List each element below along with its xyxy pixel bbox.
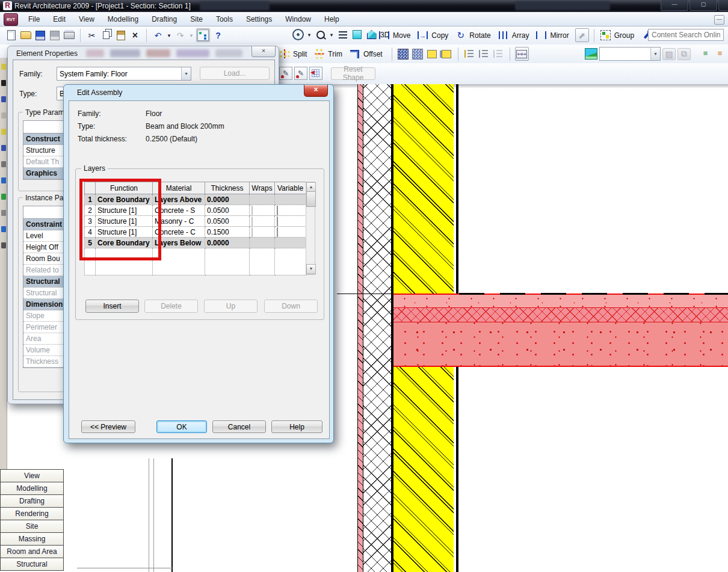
menu-modelling[interactable]: Modelling: [101, 15, 145, 23]
tab-drafting[interactable]: Drafting: [0, 494, 64, 508]
undo-icon[interactable]: ↶: [152, 29, 164, 42]
mdi-minimize-button[interactable]: —: [714, 15, 724, 25]
save-icon[interactable]: [34, 29, 46, 42]
reset-shape-button[interactable]: Reset Shape: [331, 67, 375, 80]
trim-label[interactable]: Trim: [328, 50, 342, 58]
scroll-thumb[interactable]: [306, 191, 316, 207]
combo-arrow-icon[interactable]: ▾: [650, 48, 660, 60]
close-icon[interactable]: ×: [304, 85, 328, 97]
steering-wheel-icon[interactable]: [292, 28, 304, 41]
content-search-input[interactable]: [648, 29, 724, 41]
type-selector-combo[interactable]: ▾: [599, 47, 661, 61]
design-bar-icon[interactable]: [1, 242, 6, 248]
array-icon[interactable]: [497, 29, 510, 42]
offset-icon[interactable]: [348, 48, 361, 60]
project-browser-icon[interactable]: [196, 28, 210, 42]
menu-edit[interactable]: Edit: [46, 15, 72, 23]
design-bar-icon[interactable]: [1, 161, 6, 167]
mirror-icon[interactable]: [535, 29, 548, 42]
design-bar-icon[interactable]: [1, 64, 6, 70]
rotate-icon[interactable]: ↻: [454, 29, 467, 42]
menu-drafting[interactable]: Drafting: [145, 15, 184, 23]
group-icon[interactable]: [599, 29, 612, 42]
wall-insulation-layer[interactable]: [363, 84, 391, 572]
3d-cube-icon[interactable]: [351, 28, 363, 41]
redo-icon[interactable]: ↷: [174, 29, 187, 42]
3d-view-icon[interactable]: [365, 28, 378, 41]
variable-checkbox[interactable]: [277, 227, 278, 237]
redo-dropdown-icon[interactable]: ▾: [188, 29, 194, 42]
edit-paint-icon[interactable]: ✎: [279, 67, 292, 80]
menu-window[interactable]: Window: [279, 15, 318, 23]
split-label[interactable]: Split: [293, 50, 307, 58]
demolish-icon[interactable]: [492, 48, 505, 60]
open-icon[interactable]: [19, 29, 32, 42]
group-label[interactable]: Group: [614, 31, 634, 40]
preview-button[interactable]: << Preview: [81, 420, 135, 433]
design-bar-icon[interactable]: [1, 112, 6, 118]
design-bar-icon[interactable]: [1, 210, 6, 216]
zoom-dropdown-icon[interactable]: ▾: [329, 28, 335, 41]
menu-view[interactable]: View: [72, 15, 101, 23]
wall-render-layer[interactable]: [357, 84, 363, 572]
ok-button[interactable]: OK: [156, 420, 207, 433]
align-icon[interactable]: [463, 48, 476, 60]
move-icon[interactable]: →: [378, 29, 390, 42]
type-properties-list-icon[interactable]: ≡: [714, 47, 726, 60]
scale-icon[interactable]: ⬈: [575, 28, 589, 42]
type-selector-icon[interactable]: [585, 48, 597, 60]
down-button[interactable]: Down: [264, 300, 318, 313]
cancel-button[interactable]: Cancel: [212, 420, 266, 433]
menu-site[interactable]: Site: [184, 15, 209, 23]
design-bar-icon[interactable]: [1, 96, 6, 102]
wall-join-icon[interactable]: [412, 48, 424, 60]
cut-geometry-icon[interactable]: [426, 48, 439, 60]
undo-dropdown-icon[interactable]: ▾: [166, 29, 172, 42]
mirror-label[interactable]: Mirror: [550, 31, 569, 40]
zoom-icon[interactable]: [314, 28, 327, 41]
tab-massing[interactable]: Massing: [0, 532, 64, 546]
thin-lines-icon[interactable]: [336, 28, 349, 41]
tab-room-and-area[interactable]: Room and Area: [0, 545, 64, 558]
split-icon[interactable]: [278, 48, 291, 60]
paste-icon[interactable]: [114, 29, 127, 42]
split-face-icon[interactable]: ✎: [294, 67, 307, 80]
element-properties-list-icon[interactable]: ≡: [699, 47, 712, 60]
cut-icon[interactable]: ✂: [85, 29, 98, 42]
design-bar-icon[interactable]: [1, 226, 6, 232]
copy-icon[interactable]: [100, 29, 113, 42]
join-geometry-icon[interactable]: [440, 48, 453, 60]
up-button[interactable]: Up: [204, 300, 258, 313]
tape-measure-icon[interactable]: ↤↦: [515, 47, 529, 61]
trim-icon[interactable]: [313, 48, 325, 60]
wraps-checkbox[interactable]: [251, 206, 253, 215]
tab-rendering[interactable]: Rendering: [0, 507, 64, 520]
menu-help[interactable]: Help: [318, 15, 346, 23]
move-label[interactable]: Move: [393, 31, 410, 40]
rotate-label[interactable]: Rotate: [469, 31, 490, 40]
combo-arrow-icon[interactable]: ▾: [181, 67, 191, 80]
design-bar-icon[interactable]: [1, 129, 6, 135]
menu-tools[interactable]: Tools: [209, 15, 239, 23]
design-bar-icon[interactable]: [1, 194, 6, 200]
link-icon[interactable]: ⧉: [677, 48, 691, 60]
design-bar-icon[interactable]: [1, 80, 6, 86]
tab-modelling[interactable]: Modelling: [0, 482, 64, 495]
maximize-button[interactable]: ▢: [689, 0, 717, 11]
selected-floor-slab[interactable]: [393, 294, 728, 367]
wall-join-icon[interactable]: [397, 48, 410, 60]
delete-icon[interactable]: ×: [129, 29, 141, 42]
load-button[interactable]: Load...: [200, 67, 270, 80]
save-all-icon[interactable]: [48, 29, 61, 42]
wheel-dropdown-icon[interactable]: ▾: [306, 28, 312, 41]
tab-site[interactable]: Site: [0, 520, 64, 533]
modify-subelements-icon[interactable]: [309, 67, 322, 80]
menu-file[interactable]: File: [22, 15, 46, 23]
wraps-checkbox[interactable]: [251, 217, 253, 226]
insert-button[interactable]: Insert: [85, 300, 139, 313]
align-lock-icon[interactable]: [478, 48, 490, 60]
delete-button[interactable]: Delete: [144, 300, 198, 313]
scroll-down-icon[interactable]: ▼: [306, 264, 316, 274]
menu-settings[interactable]: Settings: [239, 15, 279, 23]
minimize-button[interactable]: —: [661, 0, 688, 11]
